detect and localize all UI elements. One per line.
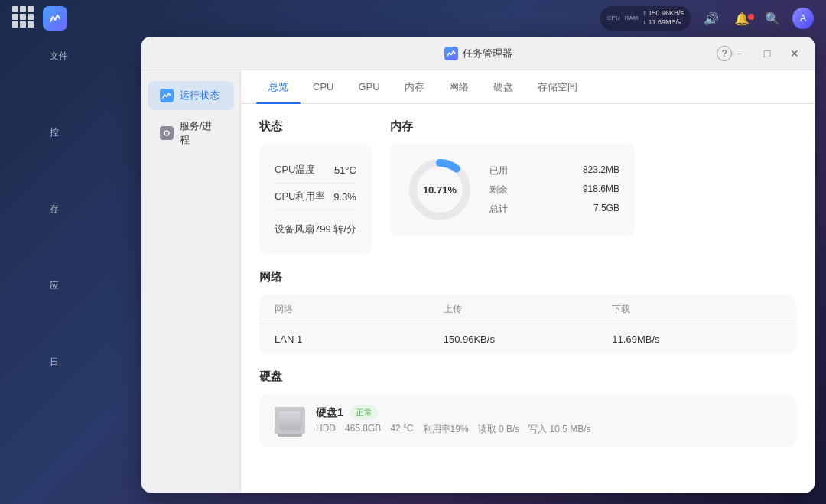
outer-nav-file[interactable]: 文件 [42, 37, 141, 75]
cpu-temp-value: 51°C [334, 164, 356, 176]
window-app-icon [444, 47, 458, 60]
disk-usage: 利用率19% [423, 423, 469, 436]
mem-free-row: 剩余 918.6MB [489, 180, 620, 200]
disk-size: 465.8GB [345, 423, 381, 436]
download-speed: ↓ 11.69MB/s [642, 18, 684, 28]
network-download-0: 11.69MB/s [612, 333, 781, 345]
tab-bar: 总览 CPU GPU 内存 网络 硬盘 存储空间 [241, 70, 815, 104]
disk-temp: 42 °C [390, 423, 413, 436]
mem-free-label: 剩余 [489, 184, 508, 197]
tab-storage[interactable]: 存储空间 [525, 71, 590, 103]
maximize-button[interactable]: □ [756, 43, 778, 64]
tab-overview[interactable]: 总览 [256, 71, 301, 103]
ram-status-label: RAM [625, 15, 639, 22]
window-body: 运行状态 服务/进程 总览 CPU GPU 内存 网络 硬盘 存储空间 [141, 70, 815, 493]
taskbar-logo [43, 6, 67, 31]
window-sidebar: 运行状态 服务/进程 [141, 70, 241, 493]
close-button[interactable]: ✕ [784, 43, 805, 64]
system-status: CPU RAM ↑ 150.96KB/s ↓ 11.69MB/s [600, 6, 691, 30]
window-title: 任务管理器 [444, 47, 512, 60]
cpu-usage-value: 9.3% [333, 191, 356, 203]
sidebar-item-running[interactable]: 运行状态 [148, 81, 234, 110]
upload-speed: ↑ 150.96KB/s [642, 9, 684, 18]
mem-total-row: 总计 7.5GB [489, 200, 620, 219]
disk-name-row: 硬盘1 正常 [316, 405, 781, 420]
sidebar-item-services[interactable]: 服务/进程 [148, 112, 234, 154]
status-section: 状态 CPU温度 51°C CPU利用率 9.3% [259, 119, 796, 255]
disk-status-badge: 正常 [350, 405, 379, 420]
status-title: 状态 [259, 119, 372, 134]
day-label: 日 [50, 356, 59, 369]
outer-nav-ctrl[interactable]: 控 [42, 113, 141, 151]
search-icon[interactable]: 🔍 [762, 8, 783, 29]
disk-write: 写入 10.5 MB/s [528, 423, 590, 436]
content-area: 状态 CPU温度 51°C CPU利用率 9.3% [241, 104, 815, 477]
cpu-usage-label: CPU利用率 [275, 190, 325, 203]
outer-nav-app[interactable]: 应 [42, 266, 141, 304]
memory-title: 内存 [390, 119, 635, 134]
disk-icon [275, 407, 305, 434]
disk-section: 硬盘 硬盘1 正常 HDD 465.8GB [259, 369, 796, 447]
disk-details: HDD 465.8GB 42 °C 利用率19% 读取 0 B/s 写入 10.… [316, 423, 781, 436]
disk-item-0: 硬盘1 正常 HDD 465.8GB 42 °C 利用率19% 读取 0 B/s… [259, 395, 796, 447]
outer-left-nav: 文件 控 存 应 日 [42, 37, 141, 381]
memory-card: 10.71% 已用 823.2MB 剩余 918.6MB [390, 143, 635, 236]
services-icon [160, 126, 174, 140]
status-table: CPU温度 51°C CPU利用率 9.3% 设备风扇 799 转/分 [259, 145, 372, 255]
fan-row: 设备风扇 799 转/分 [275, 210, 356, 242]
minimize-button[interactable]: − [729, 43, 750, 64]
tab-cpu[interactable]: CPU [301, 72, 346, 102]
notification-wrapper: 🔔 [731, 8, 753, 29]
mem-used-label: 已用 [489, 164, 508, 177]
col-download-header: 下载 [612, 303, 781, 316]
memory-stats: 已用 823.2MB 剩余 918.6MB 总计 [489, 161, 620, 219]
network-section: 网络 网络 上传 下载 LAN 1 150.96KB/s 11.69MB/s [259, 270, 796, 354]
mem-used-value: 823.2MB [583, 164, 620, 177]
taskbar: CPU RAM ↑ 150.96KB/s ↓ 11.69MB/s 🔊 🔔 🔍 A [0, 0, 826, 37]
donut-percent-label: 10.71% [423, 184, 457, 196]
services-label: 服务/进程 [180, 119, 222, 147]
network-upload-0: 150.96KB/s [444, 333, 613, 345]
network-title: 网络 [259, 270, 796, 285]
mem-total-label: 总计 [489, 203, 508, 216]
speaker-icon[interactable]: 🔊 [701, 8, 722, 29]
outer-nav-day[interactable]: 日 [42, 343, 141, 381]
memory-panel: 内存 10.71% [390, 119, 635, 255]
col-network-header: 网络 [275, 303, 444, 316]
cpu-temp-label: CPU温度 [275, 163, 315, 177]
network-row-0: LAN 1 150.96KB/s 11.69MB/s [259, 324, 796, 354]
ctrl-label: 控 [50, 126, 59, 139]
tab-gpu[interactable]: GPU [346, 72, 392, 102]
cpu-temp-row: CPU温度 51°C [275, 157, 356, 184]
fan-label: 设备风扇 [275, 223, 314, 236]
cpu-status-label: CPU [607, 15, 620, 22]
disk-read: 读取 0 B/s [478, 423, 520, 436]
mem-used-row: 已用 823.2MB [489, 161, 620, 180]
window-titlebar: 任务管理器 ? − □ ✕ [141, 37, 815, 70]
window-controls: − □ ✕ [729, 43, 805, 64]
memory-donut: 10.71% [405, 155, 474, 224]
disk-title: 硬盘 [259, 369, 796, 384]
network-table-header: 网络 上传 下载 [259, 295, 796, 324]
status-grid: 状态 CPU温度 51°C CPU利用率 9.3% [259, 119, 796, 255]
window-title-text: 任务管理器 [463, 47, 512, 60]
status-panel: 状态 CPU温度 51°C CPU利用率 9.3% [259, 119, 372, 255]
fan-value: 799 转/分 [314, 223, 356, 236]
network-name-0: LAN 1 [275, 333, 444, 345]
cpu-usage-row: CPU利用率 9.3% [275, 184, 356, 210]
outer-nav-store[interactable]: 存 [42, 190, 141, 228]
svg-point-0 [164, 131, 169, 135]
tab-disk[interactable]: 硬盘 [481, 71, 525, 103]
disk-name: 硬盘1 [316, 406, 343, 420]
running-label: 运行状态 [180, 89, 220, 102]
mem-free-value: 918.6MB [583, 184, 620, 197]
avatar[interactable]: A [792, 8, 814, 29]
store-label: 存 [50, 203, 59, 216]
disk-info: 硬盘1 正常 HDD 465.8GB 42 °C 利用率19% 读取 0 B/s… [316, 405, 781, 436]
tab-memory[interactable]: 内存 [392, 71, 437, 103]
running-icon [160, 89, 174, 102]
tab-network[interactable]: 网络 [437, 71, 481, 103]
disk-type: HDD [316, 423, 336, 436]
app-label: 应 [50, 279, 59, 292]
app-grid-button[interactable] [12, 6, 37, 31]
